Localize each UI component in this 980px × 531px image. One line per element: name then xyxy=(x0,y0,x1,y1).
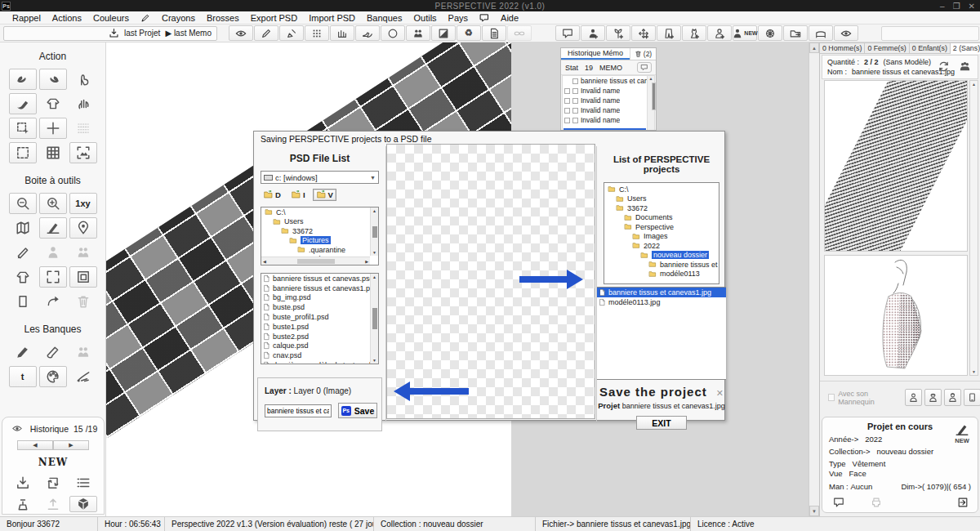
tree-row[interactable]: modéle0113 xyxy=(604,270,719,279)
file-row[interactable]: banniere tissus et canevas.psd xyxy=(261,274,378,283)
sidebar-tool-button[interactable] xyxy=(69,291,97,312)
drive-letter-button[interactable]: D xyxy=(261,190,283,200)
file-row[interactable]: bg_img.psd xyxy=(261,293,378,303)
sidebar-tool-button[interactable] xyxy=(9,291,37,312)
tree-vertical-scrollbar[interactable]: ▲▼ xyxy=(370,207,378,256)
history-action-button[interactable] xyxy=(39,496,67,512)
toolbar-icon-button[interactable] xyxy=(657,25,681,41)
sidebar-tool-button[interactable] xyxy=(9,242,37,263)
menu-item[interactable] xyxy=(474,11,495,25)
sidebar-tool-button[interactable] xyxy=(69,93,97,114)
sidebar-tool-button[interactable] xyxy=(69,366,97,387)
sidebar-tool-button[interactable] xyxy=(9,266,37,288)
file-row[interactable]: calque.psd xyxy=(261,341,378,351)
memo-scrollbar[interactable]: ▲ xyxy=(647,76,654,131)
toolbar-icon-button[interactable] xyxy=(330,25,354,41)
toolbar-icon-button[interactable]: ♻ xyxy=(457,25,481,41)
tree-row[interactable]: Pictures xyxy=(261,236,378,246)
menu-item[interactable]: Banques xyxy=(361,11,408,25)
scroll-up-arrow[interactable]: ▲ xyxy=(809,42,819,53)
file-row[interactable]: cnav.psd xyxy=(261,350,378,360)
menu-item[interactable]: Export PSD xyxy=(245,11,303,25)
memo-checkbox[interactable] xyxy=(572,98,578,104)
sidebar-tool-button[interactable]: 1xy xyxy=(69,193,97,214)
file-row[interactable]: banniere tissus et canevas1.psd xyxy=(261,283,378,293)
tree-row[interactable]: 2022 xyxy=(604,241,719,251)
toolbar-icon-button[interactable] xyxy=(555,25,580,41)
menu-item[interactable] xyxy=(135,11,156,25)
tree-horizontal-scrollbar[interactable]: ◀▶ xyxy=(261,257,370,265)
close-button[interactable]: ✕ xyxy=(969,2,975,11)
sidebar-tool-button[interactable] xyxy=(9,93,37,114)
memo-checkbox[interactable] xyxy=(572,88,578,94)
sidebar-tool-button[interactable] xyxy=(39,341,67,363)
sidebar-tool-button[interactable] xyxy=(9,69,37,90)
sidebar-tool-button[interactable] xyxy=(39,366,67,387)
memo-row[interactable]: banniere tissus et can xyxy=(563,76,654,86)
toolbar-icon-button[interactable] xyxy=(482,25,506,41)
menu-item[interactable]: Rappel xyxy=(7,11,47,25)
toolbar-icon-button[interactable] xyxy=(305,25,329,41)
menu-item[interactable]: Outils xyxy=(408,11,442,25)
toolbar-icon-button[interactable] xyxy=(758,25,782,41)
minimize-button[interactable]: – xyxy=(940,2,945,11)
tree-row[interactable]: 33672 xyxy=(604,203,719,213)
sidebar-tool-button[interactable] xyxy=(69,341,97,363)
file-row[interactable]: deuxième modèle de test .psd xyxy=(261,360,378,364)
filename-input[interactable] xyxy=(265,404,332,417)
memo-bubble-button[interactable] xyxy=(637,62,652,73)
file-row[interactable]: buste.psd xyxy=(261,302,378,312)
model-tab[interactable]: 0 Homme(s) xyxy=(820,42,865,54)
sidebar-tool-button[interactable] xyxy=(39,242,67,263)
file-row[interactable]: buste1.psd xyxy=(261,322,378,332)
sidebar-tool-button[interactable] xyxy=(39,193,67,214)
exit-button[interactable]: EXIT xyxy=(636,416,687,430)
thumbnail-scrollbar[interactable]: ▲▼ xyxy=(969,80,978,376)
menu-item[interactable]: Pays xyxy=(443,11,474,25)
toolbar-icon-button[interactable] xyxy=(606,25,630,41)
model-tab[interactable]: 0 Femme(s) xyxy=(865,42,909,54)
tree-row[interactable]: Perspective xyxy=(604,222,719,232)
save-button[interactable]: Ps Save xyxy=(338,403,377,418)
menu-item[interactable]: Actions xyxy=(47,11,87,25)
toolbar-icon-button[interactable] xyxy=(783,25,808,41)
file-row[interactable]: modéle0113.jpg xyxy=(597,297,726,307)
sidebar-tool-button[interactable] xyxy=(69,266,97,288)
tree-row[interactable]: Images xyxy=(604,232,719,242)
toolbar-icon-button[interactable] xyxy=(279,25,304,41)
menu-item[interactable]: Crayons xyxy=(156,11,201,25)
close-x-icon[interactable]: ✕ xyxy=(716,388,724,398)
project-nav[interactable]: last Projet ▶ last Memo xyxy=(3,26,217,41)
sidebar-tool-button[interactable] xyxy=(9,142,37,163)
sidebar-tool-button[interactable]: t xyxy=(9,366,37,387)
toolbar-icon-button[interactable] xyxy=(581,25,605,41)
history-action-button[interactable] xyxy=(39,475,67,491)
tree-row[interactable]: .quarantine xyxy=(261,245,378,255)
toolbar-icon-button[interactable] xyxy=(381,25,405,41)
drive-letter-button[interactable]: I xyxy=(288,190,308,200)
new-project-button[interactable]: NEW xyxy=(953,422,971,444)
canvas-vertical-scrollbar[interactable]: ▲ ▼ xyxy=(808,42,819,516)
tree-row[interactable]: Users xyxy=(604,194,719,204)
memo-checkbox[interactable] xyxy=(564,118,570,123)
toolbar-icon-button[interactable] xyxy=(355,25,380,41)
memo-checkbox[interactable] xyxy=(572,108,578,114)
mannequin-type-button[interactable] xyxy=(905,389,922,406)
sidebar-tool-button[interactable] xyxy=(9,193,37,214)
sidebar-tool-button[interactable] xyxy=(69,142,97,163)
sidebar-tool-button[interactable] xyxy=(9,118,37,139)
tree-row[interactable]: nouveau dossier xyxy=(604,251,719,261)
toolbar-icon-button[interactable] xyxy=(406,25,430,41)
model-thumbnail[interactable] xyxy=(824,255,968,376)
tab-historique-memo[interactable]: Historique Mémo xyxy=(561,48,630,60)
sidebar-tool-button[interactable] xyxy=(9,217,37,239)
toolbar-icon-button[interactable] xyxy=(834,25,858,41)
model-tab[interactable]: 0 Enfant(s) xyxy=(910,42,951,54)
refresh-icon[interactable] xyxy=(938,60,950,74)
toolbar-icon-button[interactable] xyxy=(431,25,456,41)
mannequin-type-button[interactable] xyxy=(924,389,942,406)
sidebar-tool-button[interactable] xyxy=(39,69,67,90)
memo-row[interactable]: Invalid name xyxy=(563,86,654,96)
last-project-label[interactable]: last Projet xyxy=(124,29,160,38)
sidebar-tool-button[interactable] xyxy=(9,341,37,363)
